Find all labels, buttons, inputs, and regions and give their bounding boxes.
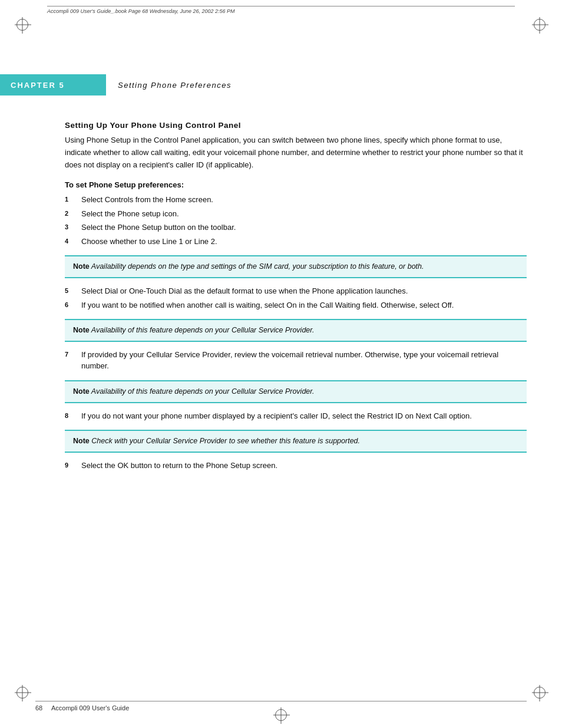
reg-mark-tl	[16, 19, 28, 31]
reg-mark-tr	[534, 19, 546, 31]
step-text: Select Dial or One-Touch Dial as the def…	[81, 285, 527, 297]
step-num: 5	[65, 285, 81, 297]
guide-name: Accompli 009 User's Guide	[51, 704, 129, 711]
list-item: 4 Choose whether to use Line 1 or Line 2…	[65, 236, 527, 248]
step-num: 6	[65, 299, 81, 311]
note-label-1: Note	[73, 262, 90, 271]
main-content: Setting Up Your Phone Using Control Pane…	[65, 121, 527, 479]
list-item: 8 If you do not want your phone number d…	[65, 410, 527, 422]
list-item: 1 Select Controls from the Home screen.	[65, 194, 527, 206]
note-label-4: Note	[73, 437, 90, 445]
chapter-title: Setting Phone Preferences	[106, 81, 232, 90]
step-num: 8	[65, 410, 81, 422]
list-item: 5 Select Dial or One-Touch Dial as the d…	[65, 285, 527, 297]
page-number: 68	[35, 704, 42, 711]
section-title: Setting Up Your Phone Using Control Pane…	[65, 121, 527, 130]
note-content-3: Availability of this feature depends on …	[91, 387, 315, 396]
note-label-2: Note	[73, 326, 90, 334]
footer-spacer	[44, 704, 49, 711]
note-box-1: Note Availability depends on the type an…	[65, 255, 527, 278]
list-item: 6 If you want to be notified when anothe…	[65, 299, 527, 311]
list-item: 3 Select the Phone Setup button on the t…	[65, 222, 527, 233]
step-text: Select the Phone Setup button on the too…	[81, 222, 527, 233]
section-intro: Using Phone Setup in the Control Panel a…	[65, 134, 527, 171]
step-num: 2	[65, 208, 81, 220]
meta-line: Accompli 009 User's Guide_.book Page 68 …	[47, 6, 515, 14]
steps-5-6: 5 Select Dial or One-Touch Dial as the d…	[65, 285, 527, 311]
list-item: 7 If provided by your Cellular Service P…	[65, 349, 527, 372]
step-num: 9	[65, 460, 81, 472]
step-text: If provided by your Cellular Service Pro…	[81, 349, 527, 372]
note-content-4: Check with your Cellular Service Provide…	[91, 437, 360, 445]
step-text: Select the Phone setup icon.	[81, 208, 527, 220]
note-box-3: Note Availability of this feature depend…	[65, 380, 527, 403]
steps-8: 8 If you do not want your phone number d…	[65, 410, 527, 422]
note-content-1: Availability depends on the type and set…	[91, 262, 424, 271]
step-text: Choose whether to use Line 1 or Line 2.	[81, 236, 527, 248]
step-num: 7	[65, 349, 81, 372]
reg-mark-bl	[16, 687, 28, 699]
steps-9: 9 Select the OK button to return to the …	[65, 460, 527, 472]
page-footer: 68 Accompli 009 User's Guide	[35, 701, 527, 711]
chapter-tab: Chapter 5	[0, 74, 106, 95]
steps-7: 7 If provided by your Cellular Service P…	[65, 349, 527, 372]
chapter-label: Chapter 5	[11, 81, 65, 90]
step-num: 1	[65, 194, 81, 206]
list-item: 2 Select the Phone setup icon.	[65, 208, 527, 220]
note-label-3: Note	[73, 387, 90, 396]
list-item: 9 Select the OK button to return to the …	[65, 460, 527, 472]
step-text: If you do not want your phone number dis…	[81, 410, 527, 422]
step-text: If you want to be notified when another …	[81, 299, 527, 311]
reg-mark-br	[534, 687, 546, 699]
step-text: Select the OK button to return to the Ph…	[81, 460, 527, 472]
step-num: 3	[65, 222, 81, 233]
sub-title: To set Phone Setup preferences:	[65, 180, 527, 189]
chapter-header: Chapter 5 Setting Phone Preferences	[0, 74, 562, 95]
note-box-2: Note Availability of this feature depend…	[65, 319, 527, 342]
step-num: 4	[65, 236, 81, 248]
steps-1-4: 1 Select Controls from the Home screen. …	[65, 194, 527, 247]
step-text: Select Controls from the Home screen.	[81, 194, 527, 206]
note-box-4: Note Check with your Cellular Service Pr…	[65, 430, 527, 453]
note-content-2: Availability of this feature depends on …	[91, 326, 315, 334]
